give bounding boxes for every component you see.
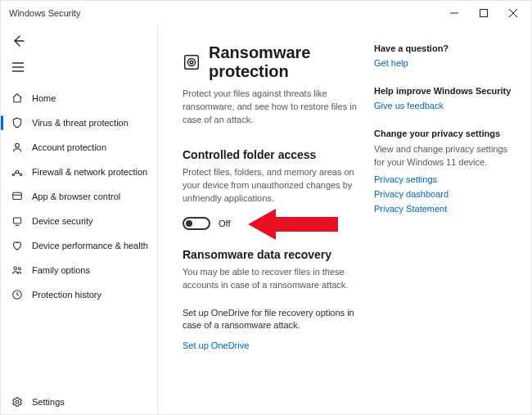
sidebar-item-label: Device security	[32, 216, 93, 226]
sidebar-item-label: Account protection	[32, 142, 106, 152]
svg-point-20	[187, 58, 195, 65]
gear-icon	[11, 395, 24, 408]
hamburger-button[interactable]	[4, 55, 32, 79]
svg-point-21	[190, 61, 193, 64]
svg-point-10	[20, 174, 22, 175]
sidebar-item-label: Settings	[32, 397, 65, 407]
sidebar-item-account[interactable]: Account protection	[1, 135, 157, 160]
family-icon	[11, 264, 24, 277]
cfa-toggle-label: Off	[219, 219, 230, 228]
sidebar: Home Virus & threat protection Account p…	[1, 25, 158, 414]
page-lead: Protect your files against threats like …	[183, 88, 358, 127]
ransomware-icon	[183, 53, 201, 71]
sidebar-item-app-browser[interactable]: App & browser control	[1, 184, 157, 209]
aside-question-heading: Have a question?	[374, 43, 518, 53]
svg-rect-11	[13, 192, 22, 199]
sidebar-item-protection-history[interactable]: Protection history	[1, 282, 157, 307]
svg-point-9	[12, 174, 14, 175]
aside-privacy-desc: View and change privacy settings for you…	[374, 143, 518, 169]
aside: Have a question? Get help Help improve W…	[374, 43, 518, 406]
recovery-heading: Ransomware data recovery	[183, 248, 358, 261]
page-title: Ransomware protection	[209, 43, 358, 81]
app-browser-icon	[11, 190, 24, 203]
main-content: Ransomware protection Protect your files…	[183, 43, 358, 406]
onedrive-link[interactable]: Set up OneDrive	[183, 341, 358, 350]
feedback-link[interactable]: Give us feedback	[374, 101, 518, 111]
sidebar-item-label: Home	[32, 93, 56, 103]
privacy-dashboard-link[interactable]: Privacy dashboard	[374, 189, 518, 199]
svg-rect-19	[185, 56, 199, 70]
sidebar-item-label: Firewall & network protection	[32, 167, 147, 177]
nav-list: Home Virus & threat protection Account p…	[1, 86, 157, 307]
sidebar-item-device-performance[interactable]: Device performance & health	[1, 233, 157, 258]
back-button[interactable]	[4, 29, 32, 53]
svg-point-8	[16, 170, 19, 174]
recovery-desc: You may be able to recover files in thes…	[183, 266, 358, 292]
firewall-icon	[11, 165, 24, 178]
history-icon	[11, 288, 24, 301]
aside-privacy-heading: Change your privacy settings	[374, 129, 518, 138]
sidebar-item-label: Device performance & health	[32, 241, 148, 250]
svg-marker-22	[248, 209, 338, 240]
cfa-toggle[interactable]	[183, 217, 210, 230]
sidebar-item-home[interactable]: Home	[1, 86, 157, 111]
titlebar: Windows Security	[1, 1, 531, 25]
red-arrow-annotation	[248, 207, 338, 245]
shield-icon	[11, 116, 24, 129]
onedrive-text: Set up OneDrive for file recovery option…	[183, 307, 358, 333]
sidebar-item-virus[interactable]: Virus & threat protection	[1, 111, 157, 135]
svg-point-7	[16, 143, 20, 147]
cfa-desc: Protect files, folders, and memory areas…	[183, 166, 358, 205]
get-help-link[interactable]: Get help	[374, 58, 518, 68]
sidebar-item-settings[interactable]: Settings	[1, 390, 157, 414]
device-security-icon	[11, 214, 24, 228]
sidebar-item-firewall[interactable]: Firewall & network protection	[1, 160, 157, 184]
home-icon	[11, 92, 24, 105]
sidebar-item-family[interactable]: Family options	[1, 258, 157, 282]
minimize-button[interactable]	[440, 1, 469, 25]
aside-improve-heading: Help improve Windows Security	[374, 86, 518, 96]
privacy-settings-link[interactable]: Privacy settings	[374, 174, 518, 184]
privacy-statement-link[interactable]: Privacy Statement	[374, 204, 518, 214]
close-button[interactable]	[498, 1, 528, 25]
cfa-heading: Controlled folder access	[183, 148, 358, 161]
sidebar-item-label: Virus & threat protection	[32, 118, 128, 128]
svg-point-15	[14, 267, 17, 270]
account-icon	[11, 141, 24, 154]
sidebar-item-label: Protection history	[32, 290, 101, 300]
window-title: Windows Security	[9, 8, 80, 18]
svg-point-16	[18, 268, 20, 270]
maximize-button[interactable]	[469, 1, 498, 25]
svg-rect-13	[13, 218, 20, 223]
sidebar-item-label: App & browser control	[32, 192, 120, 201]
svg-point-18	[16, 400, 19, 404]
heart-icon	[11, 239, 24, 252]
sidebar-item-device-security[interactable]: Device security	[1, 209, 157, 233]
svg-rect-1	[480, 10, 488, 17]
sidebar-item-label: Family options	[32, 265, 90, 275]
